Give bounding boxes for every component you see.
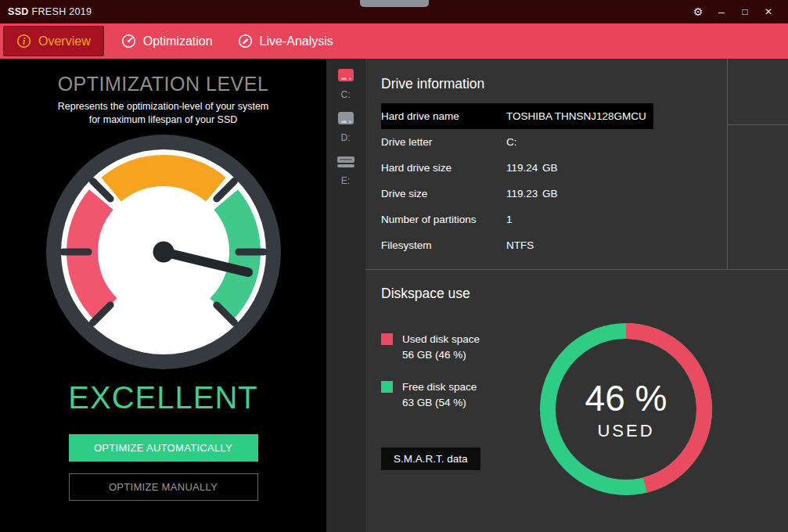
table-row[interactable]: Number of partitions 1 [381, 207, 653, 232]
tabbar: i Overview Optimization Live-Analysis [0, 23, 788, 59]
app-title: SSDFRESH 2019 [8, 6, 92, 17]
content: OPTIMIZATION LEVEL Represents the optimi… [0, 59, 788, 532]
settings-gear-icon[interactable]: ⚙ [686, 2, 710, 21]
smart-data-button[interactable]: S.M.A.R.T. data [381, 448, 480, 470]
minimize-button[interactable]: – [710, 2, 733, 21]
diskspace-panel: Diskspace use Used disk space 56 GB (46 … [365, 270, 788, 532]
drive-letter: D: [341, 132, 351, 143]
optimization-rating: EXCELLENT [68, 380, 257, 415]
close-button[interactable]: ✕ [757, 2, 780, 21]
row-value: 119.23GB [506, 188, 558, 200]
donut-center: 46 % USED [536, 319, 716, 499]
legend-label: Free disk space [402, 379, 477, 395]
drive-item-d[interactable]: D: [336, 111, 356, 143]
window-controls: ⚙ – □ ✕ [686, 2, 780, 21]
row-value: NTFS [506, 239, 542, 251]
optimization-panel: OPTIMIZATION LEVEL Represents the optimi… [0, 59, 326, 532]
speedometer-icon [121, 34, 136, 49]
row-label: Drive letter [381, 136, 506, 148]
drive-item-e[interactable]: E: [336, 154, 356, 186]
row-label: Filesystem [381, 239, 506, 251]
table-row[interactable]: Hard drive size 119.24GB [381, 155, 653, 181]
optimization-gauge [46, 135, 281, 369]
optical-drive-icon [336, 154, 356, 174]
row-value: TOSHIBA THNSNJ128GMCU [506, 110, 648, 122]
row-value: C: [506, 136, 542, 148]
row-label: Hard drive size [381, 162, 506, 174]
main-top-row: Drive information Hard drive name TOSHIB… [365, 59, 788, 270]
tab-live-analysis[interactable]: Live-Analysis [225, 23, 346, 59]
side-panel-bottom [728, 125, 788, 269]
main-area: Drive information Hard drive name TOSHIB… [365, 59, 788, 532]
row-value: 1 [506, 214, 542, 225]
optimize-automatically-button[interactable]: OPTIMIZE AUTOMATICALLY [69, 434, 258, 462]
legend-detail: 56 GB (46 %) [402, 347, 480, 363]
used-color-swatch [381, 333, 393, 345]
table-row[interactable]: Filesystem NTFS [381, 232, 653, 258]
side-panels [728, 59, 788, 269]
app-title-brand: SSD [8, 6, 29, 17]
drive-information-title: Drive information [381, 76, 711, 92]
used-percent-label: USED [597, 421, 654, 441]
used-percent-value: 46 % [585, 377, 667, 419]
diskspace-title: Diskspace use [381, 286, 772, 302]
drive-selector: C: D: E: [326, 59, 365, 532]
row-label: Number of partitions [381, 214, 506, 225]
app-title-rest: FRESH 2019 [32, 6, 92, 17]
row-value: 119.24GB [506, 162, 558, 174]
table-row[interactable]: Hard drive name TOSHIBA THNSNJ128GMCU [381, 103, 653, 129]
optimize-manually-button[interactable]: OPTIMIZE MANUALLY [69, 473, 258, 501]
pencil-icon [238, 34, 253, 49]
svg-text:i: i [23, 37, 26, 46]
row-label: Drive size [381, 188, 506, 200]
maximize-button[interactable]: □ [733, 2, 757, 21]
tab-label: Optimization [143, 34, 213, 49]
drag-handle [360, 0, 429, 7]
tab-label: Overview [38, 34, 91, 49]
legend-label: Used disk space [402, 332, 480, 347]
hdd-drive-icon-selected [336, 68, 356, 88]
tab-label: Live-Analysis [260, 34, 333, 49]
table-row[interactable]: Drive letter C: [381, 129, 653, 155]
drive-item-c[interactable]: C: [336, 68, 356, 100]
drive-letter: E: [341, 175, 350, 186]
drive-information-table: Hard drive name TOSHIBA THNSNJ128GMCU Dr… [381, 103, 653, 258]
optimization-level-title: OPTIMIZATION LEVEL [58, 73, 269, 95]
row-label: Hard drive name [381, 110, 506, 122]
tab-optimization[interactable]: Optimization [109, 23, 225, 59]
app-window: SSDFRESH 2019 ⚙ – □ ✕ i Overview Optimiz… [0, 0, 788, 532]
info-icon: i [16, 34, 31, 49]
free-color-swatch [381, 381, 393, 393]
drive-letter: C: [341, 89, 351, 100]
optimization-level-subtitle: Represents the optimization-level of you… [55, 100, 272, 127]
hdd-drive-icon [336, 111, 356, 131]
drive-information-panel: Drive information Hard drive name TOSHIB… [365, 59, 728, 269]
table-row[interactable]: Drive size 119.23GB [381, 181, 653, 207]
side-panel-top [728, 59, 788, 125]
gauge-needle-hub [153, 241, 174, 262]
tab-overview[interactable]: i Overview [3, 26, 104, 56]
titlebar: SSDFRESH 2019 ⚙ – □ ✕ [0, 0, 788, 23]
legend-detail: 63 GB (54 %) [402, 395, 477, 411]
diskspace-donut-chart: 46 % USED [536, 319, 716, 499]
